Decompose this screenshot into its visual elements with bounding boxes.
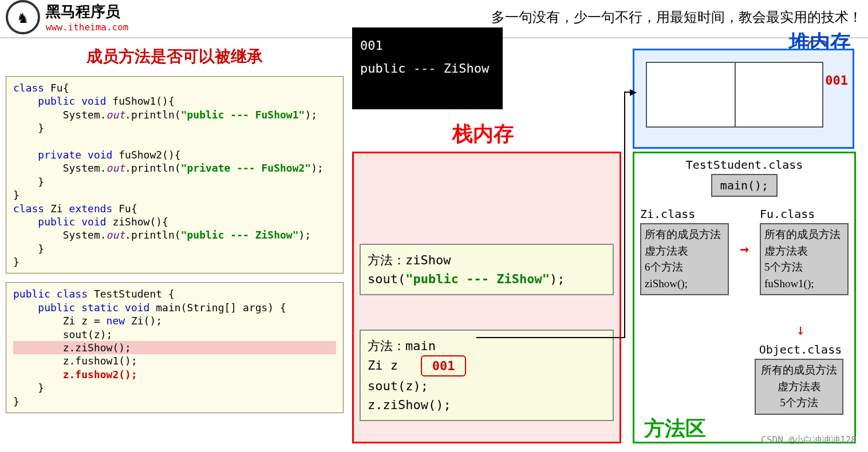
logo-icon: ♞: [6, 0, 40, 34]
left-column: 成员方法是否可以被继承 class Fu{ public void fuShow…: [6, 46, 344, 422]
code-box-test: public class TestStudent { public static…: [6, 282, 344, 413]
page-title: 成员方法是否可以被继承: [6, 46, 344, 68]
frame-title: 方法：main: [368, 336, 606, 355]
console-line: public --- ZiShow: [360, 57, 495, 80]
stack-frame-zishow: 方法：ziShow sout("public --- ZiShow");: [360, 244, 614, 295]
address-badge: 001: [421, 355, 467, 376]
console-line: 001: [360, 34, 495, 57]
object-class-wrap: ↓ Object.class 所有的成员方法 虚方法表 5个方法: [755, 319, 846, 415]
stack-memory: 方法：ziShow sout("public --- ZiShow"); 方法：…: [352, 152, 621, 443]
connector-line: [624, 92, 625, 338]
heap-object: [646, 62, 823, 128]
arrow-right-icon: →: [740, 240, 749, 257]
brand-name: 黑马程序员: [46, 2, 129, 22]
object-class-box: 所有的成员方法 虚方法表 5个方法: [755, 359, 843, 415]
stack-frame-main: 方法：main Zi z 001 sout(z); z.ziShow();: [360, 330, 614, 421]
highlighted-line: z.ziShow();: [13, 341, 336, 354]
code-box-classes: class Fu{ public void fuShow1(){ System.…: [6, 76, 344, 273]
stack-label: 栈内存: [452, 120, 514, 148]
frame-title: 方法：ziShow: [368, 251, 606, 269]
zi-fu-row: Zi.class 所有的成员方法 虚方法表 6个方法 ziShow(); → F…: [634, 203, 854, 295]
fu-class-label: Fu.class: [760, 207, 849, 221]
arrow-right-icon: ▶: [630, 85, 637, 98]
class-label: TestStudent.class: [634, 158, 854, 172]
connector-line: [476, 337, 625, 338]
zi-class-label: Zi.class: [640, 207, 729, 221]
slogan: 多一句没有，少一句不行，用最短时间，教会最实用的技术！: [491, 8, 862, 26]
brand-url: www.itheima.com: [46, 22, 129, 33]
console-output: 001 public --- ZiShow: [352, 27, 503, 109]
heap-memory: 001: [633, 49, 854, 149]
watermark: CSDN @小白冲冲冲128: [761, 434, 857, 446]
main-method-cell: main();: [711, 174, 778, 197]
heap-address: 001: [825, 73, 848, 88]
method-area: TestStudent.class main(); Zi.class 所有的成员…: [633, 152, 856, 443]
arrow-down-icon: ↓: [755, 321, 846, 338]
zi-class-box: 所有的成员方法 虚方法表 6个方法 ziShow();: [640, 223, 729, 295]
logo-area: ♞ 黑马程序员 www.itheima.com: [6, 0, 129, 34]
method-area-label: 方法区: [644, 415, 706, 443]
fu-class-box: 所有的成员方法 虚方法表 5个方法 fuShow1();: [760, 223, 849, 295]
object-class-label: Object.class: [755, 343, 846, 356]
